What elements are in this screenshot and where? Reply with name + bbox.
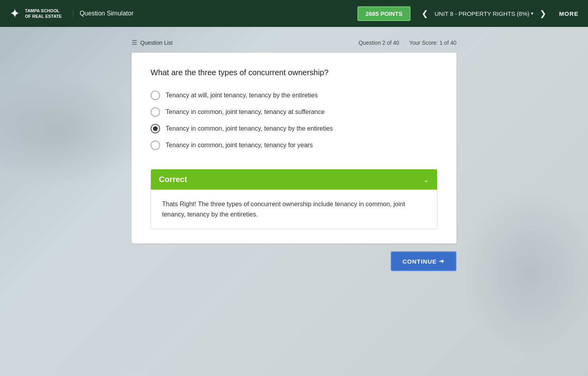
radio-option-2[interactable] bbox=[151, 107, 160, 117]
top-bar-right: Question 2 of 40 Your Score: 1 of 40 bbox=[359, 39, 456, 46]
feedback-title: Correct bbox=[159, 175, 187, 184]
continue-button[interactable]: CONTINUE ➜ bbox=[391, 251, 456, 271]
prev-button[interactable]: ❮ bbox=[418, 7, 431, 20]
unit-label: UNIT 8 - PROPERTY RIGHTS (8%) ▾ bbox=[435, 10, 533, 17]
question-progress: Question 2 of 40 bbox=[359, 40, 399, 46]
unit-dropdown-icon: ▾ bbox=[531, 11, 533, 16]
header: ✦ TAMPA SCHOOL OF REAL ESTATE Question S… bbox=[0, 0, 588, 27]
question-list-link[interactable]: ☰ Question List bbox=[132, 39, 173, 46]
background-area: ☰ Question List Question 2 of 40 Your Sc… bbox=[0, 27, 588, 376]
feedback-header[interactable]: Correct ⌄ bbox=[151, 169, 437, 190]
logo-star-icon: ✦ bbox=[10, 7, 20, 20]
chevron-left-icon: ❮ bbox=[422, 9, 428, 18]
top-bar: ☰ Question List Question 2 of 40 Your Sc… bbox=[132, 39, 456, 53]
list-item[interactable]: Tenancy in common, joint tenancy, tenanc… bbox=[151, 107, 437, 117]
content-wrapper: ☰ Question List Question 2 of 40 Your Sc… bbox=[132, 39, 456, 271]
app-title: Question Simulator bbox=[73, 10, 134, 17]
list-icon: ☰ bbox=[132, 39, 137, 46]
list-item[interactable]: Tenancy in common, joint tenancy, tenanc… bbox=[151, 124, 437, 133]
radio-option-4[interactable] bbox=[151, 141, 160, 150]
question-card: What are the three types of concurrent o… bbox=[132, 53, 456, 243]
option-text-3: Tenancy in common, joint tenancy, tenanc… bbox=[166, 125, 333, 132]
score-label: Your Score: 1 of 40 bbox=[409, 40, 456, 46]
options-list: Tenancy at will, joint tenancy, tenancy … bbox=[151, 91, 437, 150]
bottom-bar: CONTINUE ➜ bbox=[132, 251, 456, 271]
chevron-right-icon: ❯ bbox=[540, 9, 546, 18]
continue-label: CONTINUE bbox=[403, 258, 437, 265]
radio-option-3[interactable] bbox=[151, 124, 160, 133]
logo-area: ✦ TAMPA SCHOOL OF REAL ESTATE Question S… bbox=[10, 7, 134, 20]
points-badge: 2685 POINTS bbox=[357, 6, 410, 21]
logo-text: TAMPA SCHOOL OF REAL ESTATE bbox=[25, 8, 62, 19]
option-text-4: Tenancy in common, joint tenancy, tenanc… bbox=[166, 142, 313, 149]
divider bbox=[404, 39, 405, 46]
continue-arrow-icon: ➜ bbox=[439, 258, 445, 265]
list-item[interactable]: Tenancy in common, joint tenancy, tenanc… bbox=[151, 141, 437, 150]
next-button[interactable]: ❯ bbox=[536, 7, 550, 20]
option-text-1: Tenancy at will, joint tenancy, tenancy … bbox=[166, 92, 318, 99]
radio-option-1[interactable] bbox=[151, 91, 160, 100]
question-text: What are the three types of concurrent o… bbox=[151, 67, 437, 78]
more-button[interactable]: MORE bbox=[559, 10, 578, 17]
feedback-container: Correct ⌄ Thats Right! The three types o… bbox=[151, 169, 437, 229]
question-list-label: Question List bbox=[140, 40, 173, 46]
option-text-2: Tenancy in common, joint tenancy, tenanc… bbox=[166, 108, 325, 116]
radio-inner-3 bbox=[153, 126, 158, 131]
feedback-text: Thats Right! The three types of concurre… bbox=[162, 199, 426, 219]
nav-controls: ❮ UNIT 8 - PROPERTY RIGHTS (8%) ▾ ❯ MORE bbox=[418, 7, 578, 20]
feedback-chevron-icon: ⌄ bbox=[423, 175, 429, 184]
list-item[interactable]: Tenancy at will, joint tenancy, tenancy … bbox=[151, 91, 437, 100]
feedback-body: Thats Right! The three types of concurre… bbox=[151, 190, 437, 229]
